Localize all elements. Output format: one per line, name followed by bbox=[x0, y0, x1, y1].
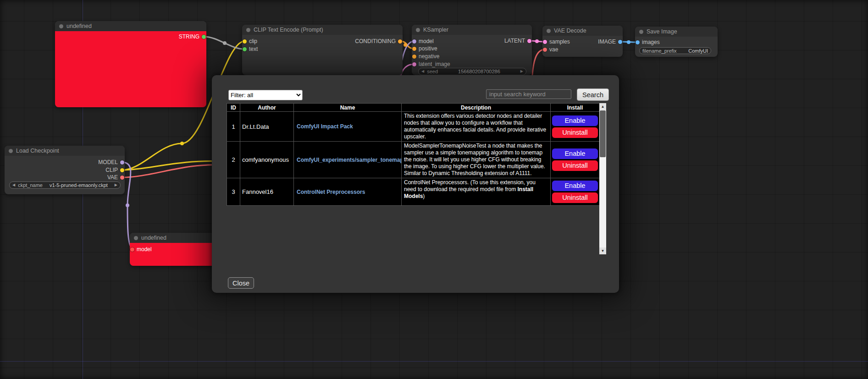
image-port-dot[interactable] bbox=[618, 40, 622, 44]
collapse-dot-icon[interactable] bbox=[9, 149, 13, 153]
node-title-bar[interactable]: CLIP Text Encode (Prompt) bbox=[242, 25, 403, 35]
conditioning-port-dot[interactable] bbox=[412, 55, 416, 59]
input-text[interactable]: text bbox=[243, 45, 258, 53]
prefix-widget-value[interactable]: ComfyUI bbox=[680, 48, 708, 54]
output-image[interactable]: IMAGE bbox=[598, 38, 622, 45]
string-port-dot[interactable] bbox=[243, 47, 247, 51]
input-vae[interactable]: vae bbox=[543, 46, 558, 53]
manager-extension-dialog: Filter: all Search ID Author Name Descri… bbox=[212, 75, 619, 293]
node-undefined-top[interactable]: undefined STRING bbox=[55, 21, 206, 107]
close-button[interactable]: Close bbox=[228, 277, 254, 289]
output-string[interactable]: STRING bbox=[179, 33, 206, 40]
output-clip[interactable]: CLIP bbox=[105, 166, 124, 174]
grid-origin-horizontal-line bbox=[0, 361, 868, 362]
input-samples[interactable]: samples bbox=[543, 38, 570, 45]
header-author: Author bbox=[240, 104, 294, 112]
table-row: 3 Fannovel16 ControlNet Preprocessors Co… bbox=[227, 178, 600, 206]
comfyui-graph-canvas[interactable]: undefined STRING CLIP Text Encode (Promp… bbox=[0, 0, 868, 379]
seed-widget-value[interactable]: 156680208700286 bbox=[441, 69, 518, 74]
node-title-bar[interactable]: Save Image bbox=[635, 27, 718, 37]
image-port-dot[interactable] bbox=[636, 40, 640, 44]
string-port-dot[interactable] bbox=[202, 35, 206, 39]
node-save-image[interactable]: Save Image images filename_prefix ComfyU… bbox=[635, 27, 718, 57]
input-clip[interactable]: clip bbox=[243, 38, 257, 45]
input-positive[interactable]: positive bbox=[412, 45, 437, 52]
collapse-dot-icon[interactable] bbox=[547, 29, 551, 33]
node-clip-text-encode[interactable]: CLIP Text Encode (Prompt) clip text COND… bbox=[242, 25, 403, 75]
collapse-dot-icon[interactable] bbox=[639, 30, 643, 34]
output-model[interactable]: MODEL bbox=[98, 159, 124, 166]
conditioning-port-dot[interactable] bbox=[412, 47, 416, 51]
input-model[interactable]: model bbox=[130, 246, 152, 253]
widget-left-arrow-icon[interactable]: ◀ bbox=[12, 183, 15, 187]
vae-port-dot[interactable] bbox=[120, 176, 124, 180]
enable-button[interactable]: Enable bbox=[552, 115, 598, 126]
widget-left-arrow-icon[interactable]: ◀ bbox=[421, 70, 424, 73]
node-title-bar[interactable]: undefined bbox=[55, 21, 206, 31]
model-port-dot[interactable] bbox=[120, 160, 124, 165]
extension-link[interactable]: ComfyUI_experiments/sampler_tonemap bbox=[297, 157, 402, 163]
latent-port-dot[interactable] bbox=[527, 39, 531, 43]
filename-prefix-widget[interactable]: filename_prefix ComfyUI bbox=[639, 47, 711, 54]
vae-port-dot[interactable] bbox=[543, 48, 547, 52]
cell-id: 1 bbox=[227, 112, 240, 142]
model-port-dot[interactable] bbox=[412, 39, 416, 44]
node-title-bar[interactable]: KSampler bbox=[412, 25, 532, 35]
clip-port-dot[interactable] bbox=[243, 39, 247, 44]
input-latent-image[interactable]: latent_image bbox=[412, 60, 450, 68]
port-label: model bbox=[137, 246, 152, 253]
uninstall-button[interactable]: Uninstall bbox=[552, 127, 598, 138]
ckpt-name-widget[interactable]: ◀ ckpt_name v1-5-pruned-emaonly.ckpt ▶ bbox=[9, 181, 121, 189]
header-install: Install bbox=[551, 104, 600, 112]
uninstall-button[interactable]: Uninstall bbox=[552, 192, 598, 203]
node-title: Save Image bbox=[647, 28, 677, 35]
node-ksampler[interactable]: KSampler model positive negative latent_… bbox=[412, 25, 532, 75]
port-label: samples bbox=[549, 38, 570, 45]
input-model[interactable]: model bbox=[412, 38, 434, 45]
node-load-checkpoint[interactable]: Load Checkpoint MODEL CLIP VAE ◀ ckpt_na… bbox=[5, 146, 125, 194]
node-title: undefined bbox=[66, 23, 92, 29]
collapse-dot-icon[interactable] bbox=[416, 28, 420, 32]
enable-button[interactable]: Enable bbox=[552, 148, 598, 159]
output-vae[interactable]: VAE bbox=[107, 174, 124, 181]
conditioning-port-dot[interactable] bbox=[398, 39, 402, 44]
latent-port-dot[interactable] bbox=[412, 62, 416, 66]
port-label: MODEL bbox=[98, 159, 118, 165]
latent-port-dot[interactable] bbox=[543, 40, 547, 44]
output-conditioning[interactable]: CONDITIONING bbox=[355, 38, 402, 45]
search-input[interactable] bbox=[486, 89, 571, 99]
scrollbar-thumb[interactable] bbox=[600, 110, 606, 157]
scroll-down-arrow-icon[interactable]: ▼ bbox=[599, 247, 606, 254]
table-scrollbar[interactable]: ▲ ▼ bbox=[599, 103, 606, 254]
input-images[interactable]: images bbox=[636, 38, 660, 46]
node-vae-decode[interactable]: VAE Decode samples vae IMAGE bbox=[542, 26, 623, 57]
table-header-row: ID Author Name Description Install bbox=[227, 104, 600, 112]
input-negative[interactable]: negative bbox=[412, 53, 439, 60]
filter-select[interactable]: Filter: all bbox=[228, 90, 303, 100]
clip-port-dot[interactable] bbox=[120, 168, 124, 172]
widget-right-arrow-icon[interactable]: ▶ bbox=[520, 70, 523, 73]
extension-link[interactable]: ControlNet Preprocessors bbox=[297, 189, 365, 195]
widget-right-arrow-icon[interactable]: ▶ bbox=[115, 183, 117, 187]
collapse-dot-icon[interactable] bbox=[134, 236, 138, 240]
collapse-dot-icon[interactable] bbox=[246, 28, 250, 32]
search-button[interactable]: Search bbox=[577, 88, 609, 101]
port-label: CONDITIONING bbox=[355, 38, 396, 44]
node-title-bar[interactable]: VAE Decode bbox=[542, 26, 623, 36]
uninstall-button[interactable]: Uninstall bbox=[552, 160, 598, 171]
model-port-dot[interactable] bbox=[130, 247, 134, 252]
wire-clip-to-hidden bbox=[122, 161, 220, 170]
seed-widget[interactable]: ◀ seed 156680208700286 ▶ bbox=[418, 68, 526, 75]
enable-button[interactable]: Enable bbox=[552, 181, 598, 191]
output-latent[interactable]: LATENT bbox=[504, 37, 531, 44]
extension-link[interactable]: ComfyUI Impact Pack bbox=[297, 123, 353, 130]
node-title-bar[interactable]: Load Checkpoint bbox=[5, 146, 125, 156]
ckpt-widget-value[interactable]: v1-5-pruned-emaonly.ckpt bbox=[45, 182, 112, 188]
scroll-up-arrow-icon[interactable]: ▲ bbox=[599, 103, 606, 110]
cell-id: 2 bbox=[227, 142, 240, 178]
port-label: IMAGE bbox=[598, 38, 616, 45]
collapse-dot-icon[interactable] bbox=[59, 24, 63, 28]
link-dot-image bbox=[627, 40, 630, 44]
link-dot-clip bbox=[180, 142, 184, 145]
wire-vae-to-hidden bbox=[122, 165, 220, 177]
